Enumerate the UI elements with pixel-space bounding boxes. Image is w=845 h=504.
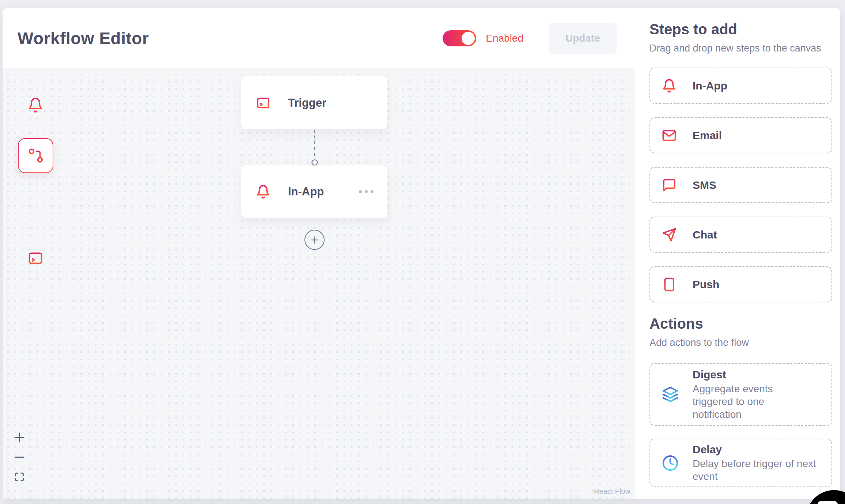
smartphone-icon xyxy=(662,277,677,292)
message-icon xyxy=(662,178,677,192)
action-label: Digest xyxy=(693,369,797,381)
step-card-push[interactable]: Push xyxy=(649,266,832,302)
workflow-editor-panel: Workflow Editor Enabled Update xyxy=(3,8,840,499)
bell-icon xyxy=(27,97,43,113)
node-label: Trigger xyxy=(288,96,326,110)
page-title: Workflow Editor xyxy=(18,28,149,48)
node-label: In-App xyxy=(288,185,324,198)
layers-icon xyxy=(662,386,679,403)
zoom-out-button[interactable] xyxy=(13,451,26,463)
step-label: Email xyxy=(693,129,722,142)
mail-icon xyxy=(662,128,677,143)
sliders-icon xyxy=(27,199,43,215)
in-app-node[interactable]: In-App xyxy=(241,165,387,218)
sidebar-item-trigger-snippet[interactable] xyxy=(27,250,43,266)
toggle-label: Enabled xyxy=(486,33,523,44)
fit-view-icon xyxy=(14,471,25,482)
minus-icon xyxy=(13,451,26,463)
canvas-controls xyxy=(13,431,26,483)
terminal-icon xyxy=(27,250,43,266)
terminal-icon xyxy=(256,96,270,110)
send-icon xyxy=(662,228,677,242)
edge-trigger-to-inapp xyxy=(309,127,321,171)
step-label: In-App xyxy=(693,80,727,92)
step-card-sms[interactable]: SMS xyxy=(649,167,832,203)
bell-icon xyxy=(662,79,677,93)
step-label: Push xyxy=(693,278,719,291)
sidebar-item-notifications[interactable] xyxy=(27,97,43,113)
actions-section-subtitle: Add actions to the flow xyxy=(649,337,832,348)
action-description: Aggregate events triggered to one notifi… xyxy=(693,382,797,421)
step-label: SMS xyxy=(693,179,716,191)
action-label: Delay xyxy=(693,443,824,456)
action-description: Delay before trigger of next event xyxy=(693,457,824,483)
node-options-menu[interactable] xyxy=(358,188,374,195)
update-button[interactable]: Update xyxy=(549,23,617,54)
step-label: Chat xyxy=(693,229,717,241)
chat-bubble-icon xyxy=(817,501,838,504)
zoom-in-button[interactable] xyxy=(13,431,26,444)
step-card-chat[interactable]: Chat xyxy=(649,217,832,253)
main-column: Workflow Editor Enabled Update xyxy=(3,8,635,499)
steps-sidebar: Steps to add Drag and drop new steps to … xyxy=(635,8,840,499)
sidebar-item-workflow[interactable] xyxy=(18,138,53,173)
step-card-email[interactable]: Email xyxy=(649,117,832,153)
react-flow-attribution[interactable]: React Flow xyxy=(594,487,630,496)
plus-icon xyxy=(310,235,319,245)
action-card-digest[interactable]: Digest Aggregate events triggered to one… xyxy=(649,363,832,426)
step-card-in-app[interactable]: In-App xyxy=(649,68,832,104)
app-header: Workflow Editor Enabled Update xyxy=(3,8,635,68)
workflow-icon xyxy=(27,147,44,164)
action-card-delay[interactable]: Delay Delay before trigger of next event xyxy=(649,439,832,487)
clock-icon xyxy=(662,455,679,471)
sidebar-item-settings[interactable] xyxy=(27,199,43,215)
trigger-node[interactable]: Trigger xyxy=(241,76,387,129)
enabled-toggle[interactable] xyxy=(443,30,476,46)
steps-section-subtitle: Drag and drop new steps to the canvas xyxy=(649,43,832,54)
bell-icon xyxy=(256,184,270,199)
flow-canvas[interactable]: Trigger In-App xyxy=(3,68,635,499)
add-step-button[interactable] xyxy=(304,230,325,250)
plus-icon xyxy=(13,431,26,444)
steps-section-title: Steps to add xyxy=(649,21,832,38)
actions-section-title: Actions xyxy=(649,316,832,332)
fit-view-button[interactable] xyxy=(13,471,26,483)
toggle-knob xyxy=(462,32,475,45)
